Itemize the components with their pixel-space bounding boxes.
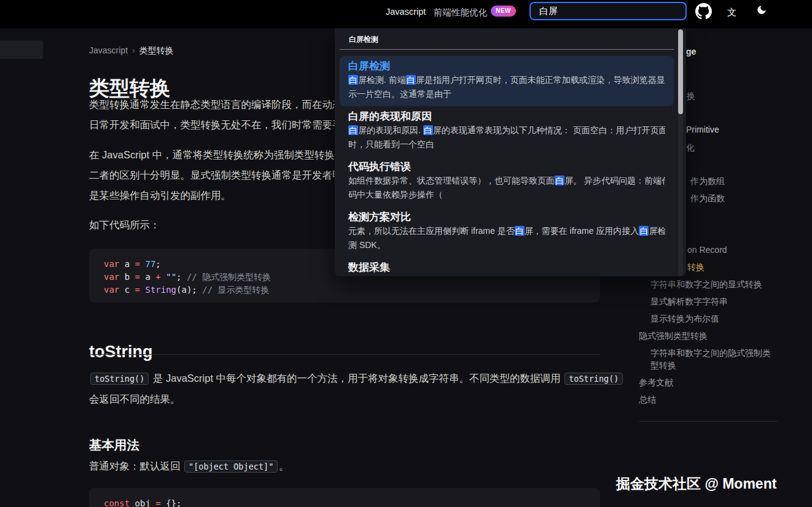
search-result-excerpt: 测 SDK。	[348, 238, 665, 252]
search-result-excerpt: 白屏的表现和原因. 白屏的表现通常表现为以下几种情况： 页面空白：用户打开页面	[348, 123, 665, 137]
subsection-heading-basic-usage: 基本用法	[89, 436, 139, 454]
toc-item[interactable]: 参考文献	[639, 377, 673, 387]
search-term-highlight: 白	[423, 125, 433, 135]
navbar: Javascript 前端性能优化 NEW 文	[0, 0, 812, 28]
search-term-highlight: 白	[348, 125, 358, 135]
search-group-divider	[340, 49, 674, 50]
paragraph-line: 是某些操作自动引发的副作用。	[89, 185, 345, 206]
sidebar-stub	[0, 41, 43, 59]
dropdown-scrollbar-thumb[interactable]	[678, 29, 683, 114]
toc-item[interactable]: 总结	[639, 395, 656, 404]
search-result-item[interactable]: 白屏的表现和原因白屏的表现和原因. 白屏的表现通常表现为以下几种情况： 页面空白…	[340, 106, 674, 157]
search-result-item[interactable]: 检测方案对比元素，所以无法在主应用侧判断 iframe 是否白屏，需要在 ifr…	[340, 207, 674, 257]
code-line: var c = String(a); // 显示类型转换	[104, 284, 585, 296]
paragraph-2: 在 JavaScript 中，通常将类型转换统称为强制类型转换。二者的区别十分明…	[89, 145, 345, 206]
search-results: 白屏检测白屏检测. 前端白屏是指用户打开网页时，页面未能正常加载或渲染，导致浏览…	[340, 56, 674, 276]
toc-item[interactable]: 转换	[687, 262, 705, 272]
toc-item[interactable]: 显式解析数字字符串	[650, 296, 728, 306]
breadcrumb-parent[interactable]: Javascript	[89, 45, 128, 55]
nav-item-javascript[interactable]: Javascript	[386, 7, 426, 17]
paragraph-line: 会返回不同的结果。	[89, 389, 624, 409]
search-term-highlight: 白	[348, 75, 358, 85]
paragraph-line: toString() 是 JavaScript 中每个对象都有的一个方法，用于将…	[89, 368, 624, 389]
search-term-highlight: 白	[555, 176, 564, 185]
paragraph-3: 如下代码所示：	[89, 215, 160, 235]
toc-item[interactable]: 字符串和数字之间的显式转换	[650, 279, 762, 289]
search-result-excerpt: 时，只能看到一个空白	[348, 137, 665, 152]
search-result-title: 白屏的表现和原因	[348, 110, 665, 123]
search-result-item[interactable]: 白屏检测白屏检测. 前端白屏是指用户打开网页时，页面未能正常加载或渲染，导致浏览…	[340, 56, 674, 106]
search-result-title: 数据采集	[348, 261, 665, 274]
search-dropdown: 白屏检测 白屏检测白屏检测. 前端白屏是指用户打开网页时，页面未能正常加载或渲染…	[335, 28, 686, 276]
paragraph-line: 类型转换通常发生在静态类型语言的编译阶段，而在动态	[89, 95, 343, 115]
paragraph-line: 在 JavaScript 中，通常将类型转换统称为强制类型转换。	[89, 145, 345, 165]
search-term-highlight: 白	[639, 226, 649, 236]
moon-icon[interactable]	[756, 4, 767, 18]
toc-item[interactable]: 作为函数	[690, 193, 725, 203]
section-heading-tostring: toString	[89, 343, 152, 362]
toc-divider	[639, 421, 778, 422]
search-result-excerpt: 白屏检测. 前端白屏是指用户打开网页时，页面未能正常加载或渲染，导致浏览器显	[348, 73, 665, 87]
toc-item[interactable]: Primitive	[686, 125, 719, 134]
inline-code: toString()	[564, 373, 623, 385]
search-group-label: 白屏检测	[349, 34, 674, 45]
toc-item[interactable]: 隐式强制类型转换	[639, 331, 708, 341]
search-result-excerpt: 元素，所以无法在主应用侧判断 iframe 是否白屏，需要在 iframe 应用…	[348, 224, 665, 238]
inline-code: "[object Object]"	[184, 460, 278, 473]
paragraph-line: 二者的区别十分明显。显式强制类型转换通常是开发者明	[89, 165, 345, 185]
toc-item[interactable]: on Record	[687, 245, 727, 255]
language-icon[interactable]: 文	[727, 7, 736, 18]
search-result-excerpt: 如组件数据异常、状态管理错误等），也可能导致页面白屏。 异步代码问题：前端代	[348, 174, 665, 188]
inline-code: toString()	[90, 373, 149, 385]
code-block-2[interactable]: const obj = {};	[89, 488, 600, 507]
toc-item[interactable]: 显示转换为布尔值	[650, 314, 719, 323]
search-result-title: 代码执行错误	[348, 160, 665, 174]
search-result-title: 白屏检测	[348, 60, 665, 73]
paragraph-line: 日常开发和面试中，类型转换无处不在，我们时常需要手	[89, 115, 343, 135]
breadcrumb-current: 类型转换	[139, 45, 174, 55]
breadcrumb: Javascript›类型转换	[89, 45, 174, 56]
new-badge: NEW	[491, 6, 516, 17]
paragraph-line: 普通对象：默认返回 "[object Object]"。	[89, 456, 289, 477]
toc-item[interactable]: 换	[687, 91, 695, 101]
search-result-title: 检测方案对比	[348, 211, 665, 224]
paragraph-4: toString() 是 JavaScript 中每个对象都有的一个方法，用于将…	[89, 368, 624, 409]
code-line: const obj = {};	[104, 497, 585, 507]
page: Javascript 前端性能优化 NEW 文 Javascript›类型转换 …	[0, 0, 812, 507]
toc-item[interactable]: ge	[686, 47, 696, 56]
breadcrumb-separator: ›	[132, 45, 135, 55]
search-result-item[interactable]: 代码执行错误如组件数据异常、状态管理错误等），也可能导致页面白屏。 异步代码问题…	[340, 157, 674, 207]
github-icon[interactable]	[695, 3, 712, 22]
toc-item[interactable]: 型转换	[650, 360, 676, 370]
search-result-excerpt: 示一片空白。这通常是由于	[348, 87, 665, 101]
toc-item[interactable]: 字符串和数字之间的隐式强制类	[650, 348, 771, 358]
toc-item[interactable]: 化	[686, 142, 695, 152]
paragraph-1: 类型转换通常发生在静态类型语言的编译阶段，而在动态日常开发和面试中，类型转换无处…	[89, 95, 343, 135]
nav-item-performance[interactable]: 前端性能优化	[434, 7, 487, 18]
search-term-highlight: 白	[406, 75, 416, 85]
paragraph-5: 普通对象：默认返回 "[object Object]"。	[89, 456, 289, 477]
search-result-item[interactable]: 数据采集	[340, 257, 674, 276]
search-input[interactable]	[529, 2, 687, 20]
search-term-highlight: 白	[515, 226, 525, 236]
section-divider	[89, 354, 600, 355]
watermark: 掘金技术社区 @ Moment	[616, 474, 776, 493]
search-result-excerpt: 码中大量依赖异步操作（	[348, 188, 665, 202]
toc-item[interactable]: 作为数组	[690, 176, 725, 186]
